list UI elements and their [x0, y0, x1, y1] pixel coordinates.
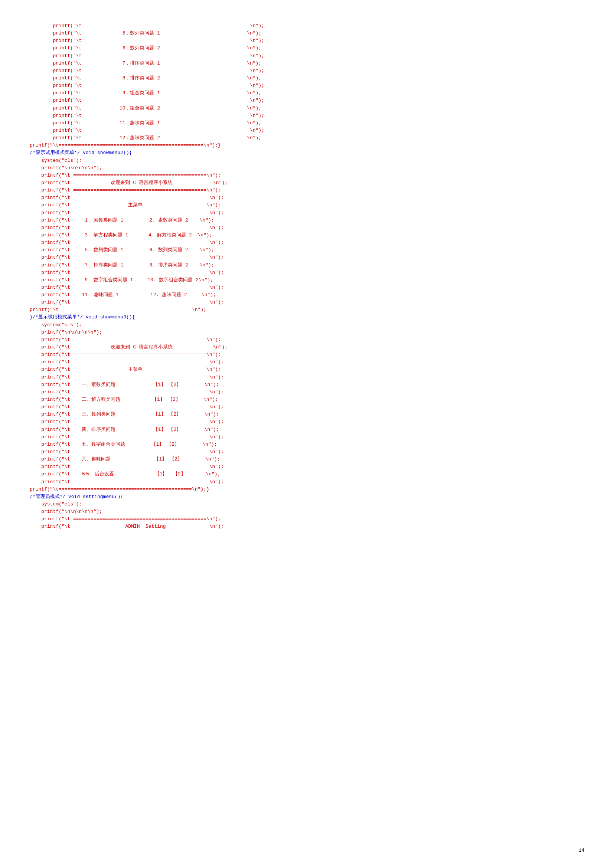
code-line: printf("\t \n");: [30, 209, 584, 217]
code-line: printf("\t =============================…: [30, 351, 584, 358]
code-line: printf("\t \n");: [30, 37, 584, 45]
code-line: printf("\t 3. 解方程类问题 1 4. 解方程类问题 2 \n");: [30, 232, 584, 239]
code-line: printf("\t 主菜单 \n");: [30, 202, 584, 209]
code-line: printf("\t ADMIN Setting \n");: [30, 523, 584, 530]
code-line: printf("\t =============================…: [30, 336, 584, 344]
code-line: printf("\t \n");: [30, 127, 584, 134]
code-line: printf("\t 7. 排序类问题 1 8. 排序类问题 2 \n");: [30, 262, 584, 269]
code-line: printf("\t 六、趣味问题 【1】 【2】 \n");: [30, 456, 584, 463]
code-line: printf("\t 12．趣味类问题 2 \n");: [30, 134, 584, 142]
code-line: /*显示试用模式菜单*/ void showmenu2(){: [30, 149, 584, 157]
code-line: printf("\t \n");: [30, 194, 584, 202]
code-line: printf("\t \n");: [30, 254, 584, 261]
code-line: printf("\t 5．数列类问题 1 \n");: [30, 30, 584, 37]
code-line: printf("\t \n");: [30, 463, 584, 471]
code-line: printf("\t \n");: [30, 389, 584, 396]
code-line: printf("\t 四、排序类问题 【1】 【2】 \n");: [30, 426, 584, 434]
code-line: system("cls");: [30, 321, 584, 329]
code-line: printf("\t 欢迎来到 C 语言程序小系统 \n");: [30, 344, 584, 351]
code-line: printf("\t 9. 数字组合类问题 1 10. 数字组合类问题 2\n"…: [30, 276, 584, 284]
code-line: printf("\t \n");: [30, 299, 584, 306]
code-line: printf("\n\n\n\n\n");: [30, 329, 584, 336]
code-line: printf("\t 欢迎来到 C 语言程序小系统 \n");: [30, 179, 584, 187]
code-line: printf("\t \n");: [30, 52, 584, 60]
code-line: printf("\t 9．组合类问题 1 \n");: [30, 90, 584, 97]
code-line: printf("\t \n");: [30, 374, 584, 381]
page: printf("\t \n"); printf("\t 5．数列类问题 1 \n…: [0, 0, 614, 868]
code-line: printf("\t \n");: [30, 269, 584, 276]
code-line: printf("\t 11. 趣味问题 1 12. 趣味问题 2 \n");: [30, 291, 584, 299]
code-line: printf("\t 8．排序类问题 2 \n");: [30, 74, 584, 82]
code-line: printf("\t \n");: [30, 284, 584, 291]
code-line: /*管理员模式*/ void settingmenu(){: [30, 493, 584, 501]
code-line: printf("\t =============================…: [30, 187, 584, 194]
code-line: printf("\t =============================…: [30, 172, 584, 179]
code-line: printf("\t 一、素数类问题 【1】 【2】 \n");: [30, 381, 584, 389]
code-line: printf("\t 11．趣味类问题 1 \n");: [30, 119, 584, 127]
code-line: printf("\t 7．排序类问题 1 \n");: [30, 60, 584, 67]
code-line: printf("\t \n");: [30, 418, 584, 426]
code-line: printf("\t==============================…: [30, 142, 584, 149]
code-line: printf("\t \n");: [30, 67, 584, 74]
code-content: printf("\t \n"); printf("\t 5．数列类问题 1 \n…: [30, 22, 584, 531]
code-line: printf("\t \n");: [30, 82, 584, 90]
code-line: printf("\t \n");: [30, 434, 584, 441]
code-line: printf("\n\n\n\n\n");: [30, 164, 584, 172]
code-line: printf("\t 二、解方程类问题 【1】 【2】 \n");: [30, 396, 584, 403]
code-line: printf("\t \n");: [30, 97, 584, 104]
code-line: printf("\t 5. 数列类问题 1 6. 数列类问题 2 \n");: [30, 246, 584, 254]
code-line: printf("\t 1. 素数类问题 1 2. 素数类问题 2 \n");: [30, 217, 584, 224]
code-line: system("cls");: [30, 157, 584, 164]
code-line: printf("\t 10．组合类问题 2 \n");: [30, 105, 584, 112]
code-line: printf("\t =============================…: [30, 515, 584, 523]
code-line: }/*显示试用模式菜单*/ void showmenu3(){: [30, 313, 584, 321]
code-line: printf("\t \n");: [30, 403, 584, 411]
code-line: printf("\t \n");: [30, 22, 584, 30]
code-line: printf("\t \n");: [30, 478, 584, 486]
code-line: printf("\t 三、数列类问题 【1】 【2】 \n");: [30, 411, 584, 418]
code-line: printf("\t 五、数字组合类问题 【1】 【2】 \n");: [30, 441, 584, 448]
code-line: printf("\t ※※、后台设置 【1】 【2】 \n");: [30, 471, 584, 478]
code-line: printf("\t 主菜单 \n");: [30, 366, 584, 374]
code-line: printf("\t \n");: [30, 112, 584, 119]
code-line: system("cls");: [30, 501, 584, 508]
code-line: printf("\t \n");: [30, 239, 584, 246]
code-line: printf("\t \n");: [30, 358, 584, 366]
code-line: printf("\t \n");: [30, 448, 584, 456]
page-number: 14: [578, 848, 584, 853]
code-line: printf("\t==============================…: [30, 306, 584, 313]
code-line: printf("\t 6．数列类问题 2 \n");: [30, 45, 584, 52]
code-line: printf("\t==============================…: [30, 486, 584, 493]
code-line: printf("\t \n");: [30, 224, 584, 232]
code-line: printf("\n\n\n\n\n");: [30, 508, 584, 515]
